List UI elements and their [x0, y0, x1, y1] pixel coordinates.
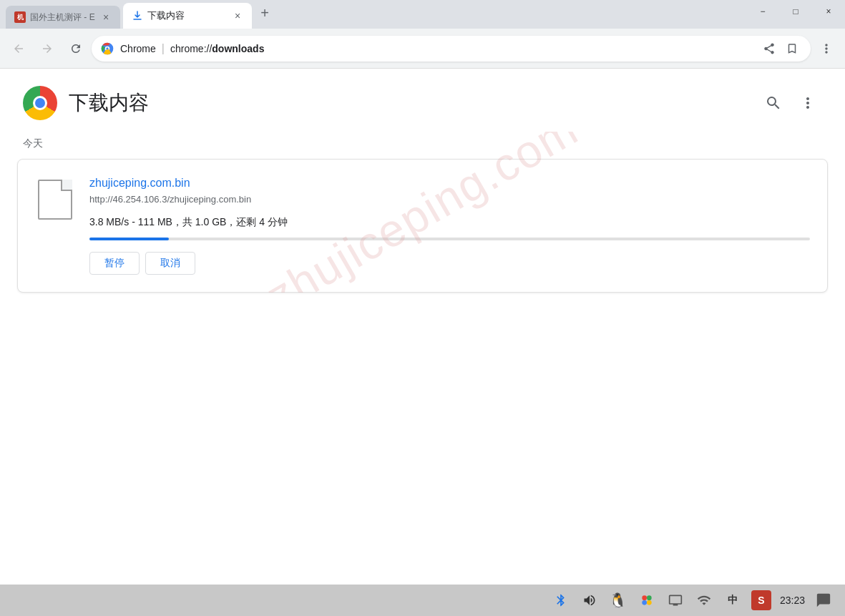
- chrome-logo: [23, 86, 57, 120]
- svg-point-1: [642, 595, 647, 600]
- wifi-icon[interactable]: [694, 590, 714, 610]
- file-icon: [35, 177, 75, 223]
- section-today-label: 今天: [0, 132, 845, 159]
- address-site-name: Chrome: [120, 43, 156, 54]
- progress-bar-container: [89, 238, 810, 240]
- svg-point-2: [647, 595, 652, 600]
- close-button[interactable]: ×: [812, 0, 845, 23]
- url-scheme: chrome://: [170, 43, 212, 54]
- back-button[interactable]: [6, 36, 31, 62]
- tab-active-favicon: [132, 10, 143, 21]
- address-bar[interactable]: Chrome | chrome://downloads: [92, 36, 811, 62]
- taskbar-time: 23:23: [780, 595, 805, 606]
- more-options-button[interactable]: [793, 89, 822, 117]
- forward-button[interactable]: [34, 36, 60, 62]
- figma-icon[interactable]: [637, 590, 657, 610]
- tab-active[interactable]: 下载内容 ×: [123, 3, 252, 29]
- volume-icon[interactable]: [580, 590, 600, 610]
- address-favicon: [100, 41, 114, 56]
- window-controls: − □ ×: [746, 0, 845, 23]
- svg-point-3: [642, 600, 647, 605]
- taskbar: 🐧 中 S 23:23: [0, 585, 845, 616]
- progress-bar: [89, 238, 169, 240]
- display-icon[interactable]: [665, 590, 685, 610]
- download-info: zhujiceping.com.bin http://46.254.106.3/…: [89, 177, 810, 275]
- page-header-right: [759, 89, 822, 117]
- download-actions: 暂停 取消: [89, 252, 810, 275]
- tab-inactive-favicon: 机: [14, 11, 26, 23]
- tab-inactive-title: 国外主机测评 - E: [30, 11, 96, 24]
- download-item: zhujiceping.com.bin http://46.254.106.3/…: [17, 159, 828, 293]
- download-section: zhujiceping.com 今天 zhujiceping.com.bin h…: [0, 132, 845, 293]
- search-icon-button[interactable]: [759, 89, 788, 117]
- page-header: 下载内容: [0, 69, 845, 132]
- pause-button[interactable]: 暂停: [89, 252, 140, 275]
- tab-inactive[interactable]: 机 国外主机测评 - E ×: [6, 6, 120, 29]
- page-header-left: 下载内容: [23, 86, 149, 120]
- chat-icon[interactable]: [814, 590, 834, 610]
- tab-active-close[interactable]: ×: [232, 10, 243, 21]
- bookmark-button[interactable]: [782, 39, 802, 59]
- wps-icon[interactable]: S: [751, 590, 771, 610]
- language-icon[interactable]: 中: [723, 590, 743, 610]
- download-status: 3.8 MB/s - 111 MB，共 1.0 GB，还剩 4 分钟: [89, 216, 810, 229]
- nav-bar: Chrome | chrome://downloads: [0, 29, 845, 69]
- tab-inactive-close[interactable]: ×: [100, 11, 112, 23]
- svg-point-4: [647, 600, 652, 605]
- wps-label: S: [758, 595, 764, 606]
- cancel-button[interactable]: 取消: [145, 252, 195, 275]
- share-button[interactable]: [759, 39, 779, 59]
- address-url: chrome://downloads: [170, 43, 753, 54]
- minimize-button[interactable]: −: [746, 0, 779, 23]
- download-filename[interactable]: zhujiceping.com.bin: [89, 177, 810, 190]
- main-content: 下载内容 zhujiceping.com 今天 zhujiceping.com.…: [0, 69, 845, 585]
- bluetooth-icon[interactable]: [551, 590, 571, 610]
- reload-button[interactable]: [63, 36, 89, 62]
- qq-icon[interactable]: 🐧: [608, 590, 628, 610]
- title-bar: 机 国外主机测评 - E × 下载内容 × + − □ ×: [0, 0, 845, 29]
- url-path: downloads: [212, 43, 264, 54]
- maximize-button[interactable]: □: [779, 0, 812, 23]
- language-label: 中: [728, 594, 738, 607]
- tab-active-title: 下载内容: [147, 9, 228, 22]
- download-url: http://46.254.106.3/zhujiceping.com.bin: [89, 194, 810, 205]
- chrome-menu-button[interactable]: [814, 36, 839, 62]
- new-tab-button[interactable]: +: [255, 3, 275, 23]
- address-icons: [759, 39, 802, 59]
- page-title: 下载内容: [69, 89, 149, 117]
